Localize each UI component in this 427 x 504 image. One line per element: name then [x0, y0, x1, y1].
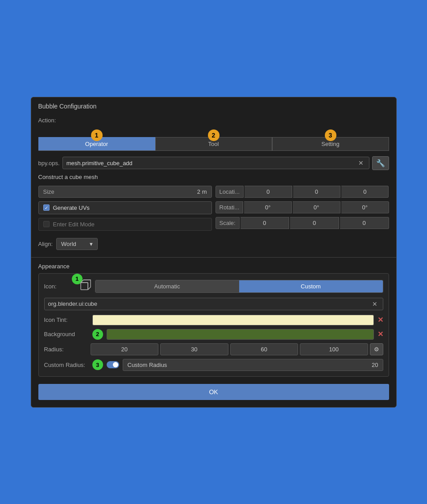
rotation-row: Rotati... 0° 0° 0°	[216, 201, 389, 213]
tab-setting[interactable]: 3 Setting	[272, 137, 389, 150]
tab-operator[interactable]: 1 Operator	[38, 137, 155, 150]
size-field[interactable]: Size 2 m	[38, 186, 212, 198]
params-right: Locati... 0 0 0 Rotati... 0° 0° 0° Scale…	[216, 186, 389, 231]
icon-tint-row: Icon Tint: ✕	[44, 315, 383, 325]
chevron-down-icon: ▾	[90, 241, 93, 247]
scale-y[interactable]: 0	[290, 217, 339, 229]
location-y[interactable]: 0	[293, 186, 340, 198]
params-grid: Size 2 m ✓ Generate UVs Enter Edit Mode …	[31, 186, 396, 238]
svg-rect-0	[81, 283, 88, 290]
scale-row: Scale: 0 0 0	[216, 217, 389, 229]
icon-tint-swatch[interactable]	[92, 315, 374, 325]
icon-tint-label: Icon Tint:	[44, 317, 89, 323]
tab-automatic[interactable]: Automatic	[95, 280, 239, 292]
background-label: Background	[44, 331, 89, 337]
custom-radius-toggle[interactable]	[107, 361, 119, 368]
icon-clear-button[interactable]: ✕	[370, 300, 379, 308]
rotation-z[interactable]: 0°	[341, 201, 389, 213]
custom-radius-label: Custom Radius:	[44, 362, 89, 368]
radius-20[interactable]: 20	[91, 343, 159, 355]
cube-icon	[79, 283, 91, 294]
tab-operator-badge: 1	[91, 129, 103, 141]
dialog-title: Bubble Configuration	[31, 97, 396, 113]
generate-uvs-label: Generate UVs	[53, 204, 90, 211]
custom-radius-field-label: Custom Radius	[128, 362, 167, 368]
custom-radius-field[interactable]: Custom Radius 20	[123, 359, 383, 371]
scale-label: Scale:	[216, 217, 240, 229]
cube-icon-wrapper: 1	[79, 279, 91, 294]
align-dropdown[interactable]: World ▾	[56, 238, 98, 250]
location-label: Locati...	[216, 186, 244, 198]
icon-tint-clear-button[interactable]: ✕	[377, 316, 383, 324]
rotation-label: Rotati...	[216, 201, 244, 213]
location-row: Locati... 0 0 0	[216, 186, 389, 198]
icon-label: Icon:	[44, 283, 75, 290]
enter-edit-mode-row[interactable]: Enter Edit Mode	[38, 218, 212, 231]
custom-radius-value: 20	[372, 362, 378, 368]
radius-settings-button[interactable]: ⚙	[370, 343, 383, 355]
icon-value: org.blender.ui:cube	[48, 300, 370, 307]
align-label: Align:	[38, 241, 53, 247]
enter-edit-mode-checkbox[interactable]	[43, 221, 50, 227]
generate-uvs-checkbox[interactable]: ✓	[43, 204, 50, 211]
background-row: Background 2 ✕	[44, 329, 383, 340]
size-label: Size	[43, 188, 54, 195]
operator-value: mesh.primitive_cube_add	[66, 160, 133, 167]
enter-edit-mode-label: Enter Edit Mode	[53, 221, 95, 228]
generate-uvs-row[interactable]: ✓ Generate UVs	[38, 201, 212, 214]
background-badge: 2	[92, 329, 103, 340]
ok-button[interactable]: OK	[38, 384, 389, 400]
radius-30[interactable]: 30	[160, 343, 228, 355]
size-value: 2 m	[197, 188, 207, 195]
icon-type-tabs: Automatic Custom	[95, 280, 383, 293]
operator-tools-button[interactable]: 🔧	[372, 156, 389, 170]
appearance-label: Appearance	[31, 258, 396, 273]
radius-label: Radius:	[44, 346, 89, 353]
background-clear-button[interactable]: ✕	[377, 330, 383, 338]
rotation-y[interactable]: 0°	[293, 201, 340, 213]
bubble-configuration-dialog: Bubble Configuration Action: 1 Operator …	[31, 97, 397, 408]
scale-x[interactable]: 0	[240, 217, 290, 229]
align-row: Align: World ▾	[31, 238, 396, 257]
align-value: World	[61, 241, 76, 247]
action-tabs: 1 Operator 2 Tool 3 Setting	[38, 137, 389, 151]
operator-description: Construct a cube mesh	[31, 174, 396, 186]
custom-radius-badge: 3	[92, 359, 103, 370]
action-label: Action:	[38, 117, 56, 124]
operator-clear-button[interactable]: ✕	[357, 159, 365, 167]
icon-value-row: org.blender.ui:cube ✕	[44, 298, 383, 310]
tab-custom[interactable]: Custom	[239, 280, 383, 292]
operator-input-field[interactable]: mesh.primitive_cube_add ✕	[62, 157, 369, 169]
radius-60[interactable]: 60	[230, 343, 298, 355]
appearance-panel: Icon: 1 Automatic C	[38, 273, 389, 377]
params-left: Size 2 m ✓ Generate UVs Enter Edit Mode	[38, 186, 212, 231]
rotation-x[interactable]: 0°	[244, 201, 292, 213]
tab-tool[interactable]: 2 Tool	[155, 137, 272, 150]
icon-row: Icon: 1 Automatic C	[44, 279, 383, 294]
radius-100[interactable]: 100	[300, 343, 368, 355]
background-swatch[interactable]	[107, 329, 374, 340]
location-z[interactable]: 0	[341, 186, 389, 198]
radius-row: Radius: 20 30 60 100 ⚙	[44, 343, 383, 355]
custom-radius-row: Custom Radius: 3 Custom Radius 20	[44, 359, 383, 371]
bpy-label: bpy.ops.	[38, 160, 60, 167]
checkmark-icon: ✓	[45, 205, 48, 210]
location-x[interactable]: 0	[245, 186, 292, 198]
operator-row: bpy.ops. mesh.primitive_cube_add ✕ 🔧	[31, 151, 396, 174]
tab-tool-badge: 2	[208, 129, 220, 141]
tab-setting-badge: 3	[325, 129, 336, 141]
scale-z[interactable]: 0	[340, 217, 389, 229]
